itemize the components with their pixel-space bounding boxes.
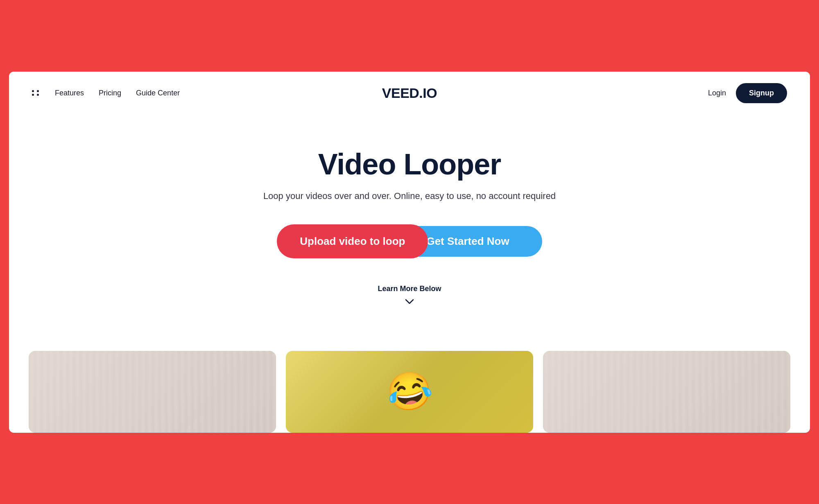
emoji-balloon: 😂 [383, 366, 436, 417]
learn-more-section: Learn More Below [378, 285, 441, 307]
signup-button[interactable]: Signup [736, 83, 787, 103]
video-thumb-left [29, 351, 276, 433]
video-thumb-right [543, 351, 790, 433]
hero-section: Video Looper Loop your videos over and o… [9, 115, 810, 351]
emoji-container: 😂 [286, 351, 533, 433]
upload-video-button[interactable]: Upload video to loop [277, 224, 428, 258]
nav-left: Features Pricing Guide Center [32, 89, 180, 97]
video-thumb-center: 😂 [286, 351, 533, 433]
cta-container: Upload video to loop Get Started Now [277, 224, 542, 258]
nav-logo[interactable]: VEED.IO [382, 85, 437, 101]
get-started-wrapper: Get Started Now [416, 226, 542, 257]
nav-guide-center-link[interactable]: Guide Center [136, 89, 180, 97]
chevron-down-icon [405, 297, 414, 307]
navbar: Features Pricing Guide Center VEED.IO Lo… [9, 72, 810, 115]
hero-title: Video Looper [318, 147, 501, 181]
hero-subtitle: Loop your videos over and over. Online, … [263, 191, 556, 201]
nav-right: Login Signup [708, 83, 787, 103]
grid-icon[interactable] [32, 90, 40, 96]
nav-features-link[interactable]: Features [55, 89, 84, 97]
nav-pricing-link[interactable]: Pricing [99, 89, 121, 97]
video-thumbnails-row: 😂 [9, 351, 810, 433]
learn-more-label: Learn More Below [378, 285, 441, 293]
login-link[interactable]: Login [708, 89, 726, 97]
